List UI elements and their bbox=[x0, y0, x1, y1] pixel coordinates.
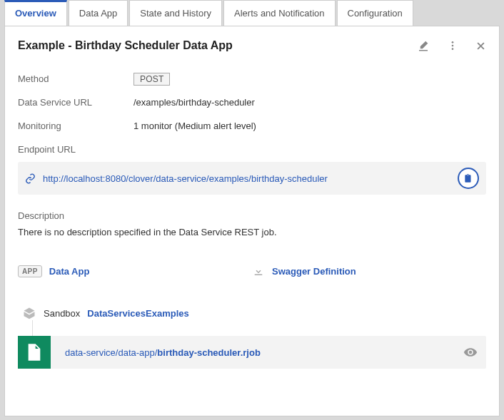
tab-alerts-notification[interactable]: Alerts and Notification bbox=[223, 0, 335, 26]
app-badge-icon: APP bbox=[18, 265, 42, 277]
data-app-link: Data App bbox=[49, 266, 90, 277]
field-method: Method POST bbox=[18, 73, 486, 84]
sandbox-link[interactable]: DataServicesExamples bbox=[87, 308, 188, 319]
panel-overview: Example - Birthday Scheduler Data App Me… bbox=[4, 26, 500, 416]
file-path-name: birthday-scheduler.rjob bbox=[157, 347, 260, 358]
description-text: There is no description specified in the… bbox=[18, 227, 486, 237]
monitoring-label: Monitoring bbox=[18, 121, 133, 131]
tree-connector bbox=[32, 320, 33, 336]
method-value: POST bbox=[133, 73, 170, 84]
description-label: Description bbox=[18, 210, 486, 221]
monitoring-value: 1 monitor (Medium alert level) bbox=[133, 121, 256, 131]
action-row: APP Data App Swagger Definition bbox=[18, 265, 486, 277]
page-title: Example - Birthday Scheduler Data App bbox=[18, 39, 233, 52]
method-label: Method bbox=[18, 73, 133, 84]
tab-overview[interactable]: Overview bbox=[4, 0, 67, 26]
file-path-prefix: data-service/data-app/ bbox=[65, 347, 157, 358]
file-path-link[interactable]: data-service/data-app/birthday-scheduler… bbox=[65, 347, 463, 358]
tabs: Overview Data App State and History Aler… bbox=[0, 0, 504, 26]
erase-icon[interactable] bbox=[417, 39, 430, 52]
box-icon bbox=[22, 306, 36, 320]
endpoint-url-row: http://localhost:8080/clover/data-servic… bbox=[18, 162, 486, 195]
tab-state-history[interactable]: State and History bbox=[129, 0, 222, 26]
close-icon[interactable] bbox=[475, 41, 486, 51]
endpoint-url-label: Endpoint URL bbox=[18, 144, 486, 155]
visibility-icon[interactable] bbox=[463, 345, 478, 359]
download-icon bbox=[252, 265, 265, 277]
sandbox-label: Sandbox bbox=[44, 308, 80, 319]
header-actions bbox=[417, 39, 486, 52]
method-badge: POST bbox=[133, 73, 170, 86]
link-icon bbox=[25, 173, 36, 184]
copy-button[interactable] bbox=[458, 168, 479, 189]
clipboard-icon bbox=[463, 173, 473, 183]
tab-configuration[interactable]: Configuration bbox=[337, 0, 413, 26]
file-row: data-service/data-app/birthday-scheduler… bbox=[18, 336, 486, 369]
field-data-service-url: Data Service URL /examples/birthday-sche… bbox=[18, 97, 486, 108]
svg-point-2 bbox=[452, 48, 454, 50]
tab-data-app[interactable]: Data App bbox=[69, 0, 128, 26]
more-menu-icon[interactable] bbox=[447, 40, 458, 51]
data-service-url-value: /examples/birthday-scheduler bbox=[133, 97, 255, 108]
field-monitoring: Monitoring 1 monitor (Medium alert level… bbox=[18, 121, 486, 131]
svg-point-1 bbox=[452, 45, 454, 47]
sandbox-row: Sandbox DataServicesExamples bbox=[18, 306, 486, 320]
action-data-app[interactable]: APP Data App bbox=[18, 265, 252, 277]
swagger-link: Swagger Definition bbox=[272, 266, 356, 277]
svg-point-0 bbox=[452, 41, 454, 43]
endpoint-url-link[interactable]: http://localhost:8080/clover/data-servic… bbox=[43, 173, 458, 184]
data-service-url-label: Data Service URL bbox=[18, 97, 133, 108]
file-icon bbox=[18, 336, 51, 369]
action-swagger[interactable]: Swagger Definition bbox=[252, 265, 486, 277]
panel-header: Example - Birthday Scheduler Data App bbox=[18, 39, 486, 52]
